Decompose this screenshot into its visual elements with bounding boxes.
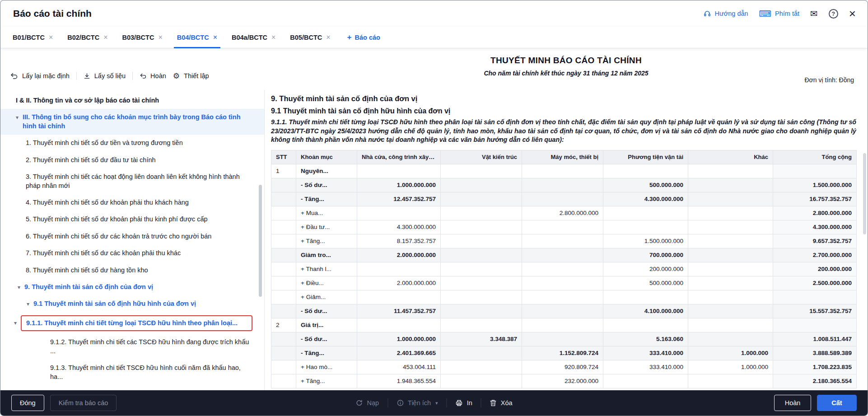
chevron-down-icon[interactable]: ▾ xyxy=(14,319,17,327)
value-cell[interactable]: 920.809.724 xyxy=(522,360,603,374)
value-cell[interactable] xyxy=(688,192,773,206)
undo-footer-button[interactable]: Hoàn xyxy=(774,395,811,411)
value-cell[interactable] xyxy=(522,262,603,276)
value-cell[interactable] xyxy=(441,346,522,360)
value-cell[interactable] xyxy=(441,360,522,374)
value-cell[interactable]: 4.300.000.000 xyxy=(603,192,688,206)
sidebar-item[interactable]: 3. Thuyết minh chi tiết các hoạt động li… xyxy=(0,168,264,194)
total-cell[interactable]: 1.008.511.447 xyxy=(773,332,857,346)
close-icon[interactable]: × xyxy=(849,8,856,19)
check-report-button[interactable]: Kiểm tra báo cáo xyxy=(50,395,117,411)
print-button[interactable]: In xyxy=(456,399,472,407)
delete-button[interactable]: Xóa xyxy=(490,399,513,407)
value-cell[interactable] xyxy=(688,262,773,276)
total-cell[interactable]: 4.300.000.000 xyxy=(773,220,857,234)
value-cell[interactable] xyxy=(603,290,688,304)
sidebar-scrollbar[interactable] xyxy=(259,185,262,297)
value-cell[interactable] xyxy=(441,192,522,206)
value-cell[interactable] xyxy=(522,318,603,332)
value-cell[interactable] xyxy=(522,304,603,318)
value-cell[interactable] xyxy=(441,374,522,388)
value-cell[interactable] xyxy=(603,164,688,178)
value-cell[interactable] xyxy=(522,234,603,248)
value-cell[interactable]: 4.100.000.000 xyxy=(603,304,688,318)
total-cell[interactable] xyxy=(773,318,857,332)
value-cell[interactable] xyxy=(688,318,773,332)
close-button[interactable]: Đóng xyxy=(11,395,44,411)
sidebar-item[interactable]: 4. Thuyết minh chi tiết số dư khoản phải… xyxy=(0,194,264,211)
total-cell[interactable]: 1.500.000.000 xyxy=(773,178,857,192)
tab-b05-bctc[interactable]: B05/BCTC× xyxy=(285,27,335,48)
value-cell[interactable] xyxy=(522,164,603,178)
sidebar-item[interactable]: 1. Thuyết minh chi tiết số dư tiền và tư… xyxy=(0,135,264,151)
tab-close-icon[interactable]: × xyxy=(158,34,162,41)
value-cell[interactable] xyxy=(688,178,773,192)
value-cell[interactable] xyxy=(522,290,603,304)
value-cell[interactable]: 12.457.352.757 xyxy=(357,192,441,206)
sidebar-item[interactable]: 2. Thuyết minh chi tiết số dư đầu tư tài… xyxy=(0,152,264,168)
value-cell[interactable] xyxy=(688,206,773,220)
total-cell[interactable]: 1.708.223.835 xyxy=(773,360,857,374)
value-cell[interactable] xyxy=(522,276,603,290)
mail-icon[interactable]: ✉ xyxy=(810,8,818,19)
value-cell[interactable] xyxy=(357,262,441,276)
value-cell[interactable] xyxy=(441,234,522,248)
value-cell[interactable]: 2.401.369.665 xyxy=(357,346,441,360)
value-cell[interactable]: 2.800.000.000 xyxy=(522,206,603,220)
value-cell[interactable] xyxy=(688,220,773,234)
value-cell[interactable] xyxy=(688,164,773,178)
value-cell[interactable] xyxy=(441,276,522,290)
value-cell[interactable] xyxy=(603,318,688,332)
sidebar-item[interactable]: 6. Thuyết minh chi tiết số dư các khoản … xyxy=(0,228,264,245)
sidebar-item[interactable]: 8. Thuyết minh chi tiết số dư hàng tồn k… xyxy=(0,262,264,279)
shortcut-link[interactable]: ⌨ Phím tắt xyxy=(759,9,799,18)
total-cell[interactable]: 16.757.352.757 xyxy=(773,192,857,206)
value-cell[interactable] xyxy=(441,290,522,304)
value-cell[interactable]: 333.410.000 xyxy=(603,360,688,374)
value-cell[interactable] xyxy=(688,332,773,346)
tab-b04a-bctc[interactable]: B04a/BCTC× xyxy=(227,27,280,48)
tab-close-icon[interactable]: × xyxy=(213,34,217,41)
value-cell[interactable] xyxy=(441,178,522,192)
value-cell[interactable] xyxy=(441,262,522,276)
settings-button[interactable]: ⚙ Thiết lập xyxy=(173,72,209,80)
total-cell[interactable]: 9.657.352.757 xyxy=(773,234,857,248)
value-cell[interactable]: 1.000.000.000 xyxy=(357,178,441,192)
total-cell[interactable]: 15.557.352.757 xyxy=(773,304,857,318)
value-cell[interactable] xyxy=(441,220,522,234)
save-button[interactable]: Cất xyxy=(817,395,857,411)
sidebar-item[interactable]: 9.1.3. Thuyết minh chi tiết TSCĐ hữu hìn… xyxy=(0,360,264,385)
value-cell[interactable]: 1.152.809.724 xyxy=(522,346,603,360)
value-cell[interactable] xyxy=(688,374,773,388)
value-cell[interactable] xyxy=(357,206,441,220)
value-cell[interactable]: 1.000.000 xyxy=(688,346,773,360)
tab-close-icon[interactable]: × xyxy=(103,34,107,41)
tab-close-icon[interactable]: × xyxy=(49,34,53,41)
value-cell[interactable]: 4.300.000.000 xyxy=(357,220,441,234)
add-report-button[interactable]: + Báo cáo xyxy=(340,27,387,48)
value-cell[interactable] xyxy=(688,248,773,262)
sidebar-item[interactable]: I & II. Thông tin và cơ sở lập báo cáo t… xyxy=(0,92,264,109)
value-cell[interactable] xyxy=(603,374,688,388)
value-cell[interactable] xyxy=(441,304,522,318)
value-cell[interactable]: 5.163.060 xyxy=(603,332,688,346)
get-data-button[interactable]: Lấy số liệu xyxy=(84,72,126,79)
chevron-down-icon[interactable]: ▾ xyxy=(16,114,19,121)
tab-b04-bctc[interactable]: B04/BCTC× xyxy=(172,27,222,48)
value-cell[interactable]: 700.000.000 xyxy=(603,248,688,262)
sidebar-item[interactable]: ▾9.1 Thuyết minh tài sản cố định hữu hìn… xyxy=(0,295,264,312)
value-cell[interactable] xyxy=(522,220,603,234)
value-cell[interactable]: 1.000.000.000 xyxy=(357,332,441,346)
tab-close-icon[interactable]: × xyxy=(271,34,275,41)
value-cell[interactable]: 1.948.365.554 xyxy=(357,374,441,388)
tab-b03-bctc[interactable]: B03/BCTC× xyxy=(117,27,168,48)
value-cell[interactable]: 1.000.000 xyxy=(688,360,773,374)
value-cell[interactable] xyxy=(522,248,603,262)
value-cell[interactable] xyxy=(357,290,441,304)
value-cell[interactable] xyxy=(603,220,688,234)
tab-close-icon[interactable]: × xyxy=(326,34,330,41)
value-cell[interactable]: 333.410.000 xyxy=(603,346,688,360)
chevron-down-icon[interactable]: ▾ xyxy=(18,284,20,291)
tab-b02-bctc[interactable]: B02/BCTC× xyxy=(62,27,112,48)
sidebar-item[interactable]: 9.1.2. Thuyết minh chi tiết các TSCĐ hữu… xyxy=(0,334,264,360)
